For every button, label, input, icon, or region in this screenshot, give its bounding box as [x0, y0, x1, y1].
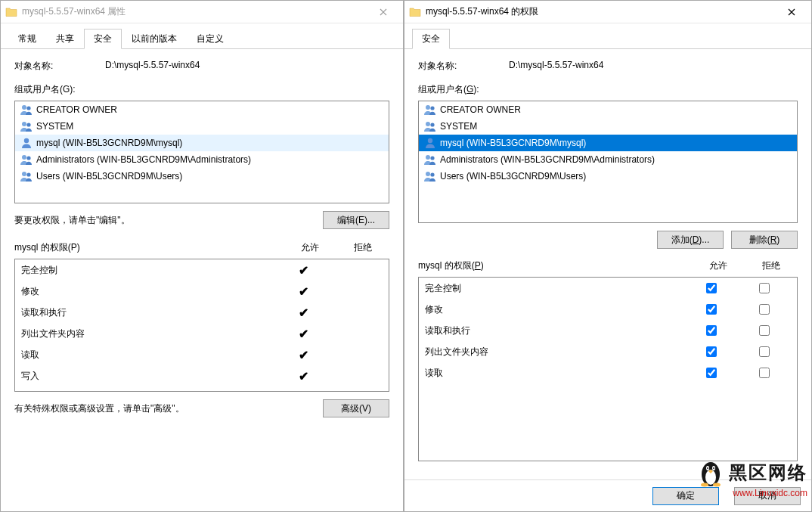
permission-name: 列出文件夹内容 [21, 327, 277, 340]
allow-checkbox[interactable] [706, 368, 717, 378]
permission-name: 完全控制 [425, 282, 685, 295]
permission-row: 完全控制 [419, 278, 797, 299]
close-icon [380, 8, 387, 16]
object-name-value: D:\mysql-5.5.57-winx64 [105, 60, 200, 73]
titlebar: mysql-5.5.57-winx64 属性 [1, 1, 403, 23]
tabs: 常规共享安全以前的版本自定义 [1, 23, 403, 49]
object-name-label: 对象名称: [418, 60, 509, 73]
users-listbox[interactable]: CREATOR OWNERSYSTEMmysql (WIN-B5L3GCNRD9… [418, 101, 798, 223]
permission-name: 读取 [21, 349, 277, 362]
group-users-label: 组或用户名(G): [14, 83, 389, 96]
permission-row: 读取✔ [15, 344, 389, 365]
svg-point-9 [426, 105, 430, 110]
svg-point-5 [22, 155, 26, 160]
list-item[interactable]: CREATOR OWNER [419, 101, 797, 118]
tabs: 安全 [404, 23, 811, 49]
close-icon [788, 8, 795, 16]
permission-name: 完全控制 [21, 264, 277, 277]
add-button[interactable]: 添加(D)... [657, 231, 724, 249]
allow-checkbox[interactable] [706, 325, 717, 336]
list-item[interactable]: CREATOR OWNER [15, 101, 389, 118]
list-item[interactable]: mysql (WIN-B5L3GCNRD9M\mysql) [15, 135, 389, 151]
dialog-footer: 确定 取消 [404, 479, 811, 511]
svg-point-0 [22, 105, 26, 110]
allow-cell: ✔ [277, 284, 330, 299]
list-item[interactable]: Administrators (WIN-B5L3GCNRD9M\Administ… [15, 151, 389, 168]
edit-button[interactable]: 编辑(E)... [323, 211, 389, 229]
deny-checkbox[interactable] [759, 304, 770, 315]
svg-point-11 [426, 122, 430, 126]
svg-point-8 [26, 172, 30, 176]
close-button[interactable] [367, 2, 400, 23]
list-item[interactable]: Administrators (WIN-B5L3GCNRD9M\Administ… [419, 151, 797, 168]
user-name: SYSTEM [440, 121, 477, 132]
permission-row: 修改✔ [15, 281, 389, 302]
deny-checkbox[interactable] [759, 325, 770, 336]
remove-button[interactable]: 删除(R) [731, 231, 798, 249]
svg-point-4 [24, 138, 29, 143]
deny-column: 拒绝 [336, 241, 389, 254]
tab-安全[interactable]: 安全 [412, 29, 450, 49]
tab-安全[interactable]: 安全 [84, 29, 122, 49]
permission-row: 列出文件夹内容 [419, 341, 797, 362]
permissions-label: mysql 的权限(P) [14, 241, 284, 254]
permission-name: 读取和执行 [21, 306, 277, 319]
deny-column: 拒绝 [745, 259, 798, 272]
user-name: SYSTEM [36, 121, 73, 132]
permission-name: 读取 [425, 367, 685, 380]
permission-name: 列出文件夹内容 [425, 346, 685, 358]
ok-button[interactable]: 确定 [652, 487, 719, 505]
tab-共享[interactable]: 共享 [46, 29, 84, 49]
object-name-label: 对象名称: [14, 60, 105, 73]
edit-hint: 要更改权限，请单击"编辑"。 [14, 214, 130, 227]
permission-row: 完全控制✔ [15, 259, 389, 281]
user-name: Users (WIN-B5L3GCNRD9M\Users) [440, 171, 586, 182]
user-name: CREATOR OWNER [440, 104, 521, 115]
user-name: CREATOR OWNER [36, 104, 117, 115]
user-name: mysql (WIN-B5L3GCNRD9M\mysql) [36, 138, 182, 148]
list-item[interactable]: SYSTEM [419, 118, 797, 135]
tab-自定义[interactable]: 自定义 [187, 29, 234, 49]
deny-checkbox[interactable] [759, 368, 770, 378]
permissions-label: mysql 的权限(P) [418, 259, 692, 272]
list-item[interactable]: mysql (WIN-B5L3GCNRD9M\mysql) [419, 135, 797, 151]
tab-常规[interactable]: 常规 [8, 29, 46, 49]
allow-checkbox[interactable] [706, 346, 717, 357]
svg-point-6 [26, 156, 30, 160]
permission-row: 读取 [419, 362, 797, 383]
allow-checkbox[interactable] [706, 304, 717, 315]
check-icon: ✔ [299, 327, 308, 341]
svg-point-1 [26, 106, 30, 110]
check-icon: ✔ [299, 369, 308, 383]
permissions-listbox: 完全控制修改读取和执行列出文件夹内容读取 [418, 277, 798, 461]
list-item[interactable]: Users (WIN-B5L3GCNRD9M\Users) [15, 168, 389, 185]
list-item[interactable]: Users (WIN-B5L3GCNRD9M\Users) [419, 168, 797, 185]
deny-checkbox[interactable] [759, 346, 770, 357]
allow-column: 允许 [692, 259, 745, 272]
permission-row: 读取和执行✔ [15, 302, 389, 323]
folder-icon [5, 7, 17, 17]
allow-checkbox[interactable] [706, 283, 717, 293]
list-item[interactable]: SYSTEM [15, 118, 389, 135]
allow-cell: ✔ [277, 263, 330, 278]
cancel-button[interactable]: 取消 [734, 487, 801, 505]
users-listbox[interactable]: CREATOR OWNERSYSTEMmysql (WIN-B5L3GCNRD9… [14, 101, 389, 203]
check-icon: ✔ [299, 263, 308, 278]
permission-row: 列出文件夹内容✔ [15, 323, 389, 344]
permissions-dialog: mysql-5.5.57-winx64 的权限 安全 对象名称: D:\mysq… [404, 0, 812, 512]
svg-point-15 [430, 156, 434, 160]
advanced-button[interactable]: 高级(V) [323, 399, 389, 417]
deny-checkbox[interactable] [759, 283, 770, 293]
folder-icon [409, 7, 421, 17]
close-button[interactable] [775, 2, 808, 23]
permission-row: 读取和执行 [419, 320, 797, 341]
advanced-hint: 有关特殊权限或高级设置，请单击"高级"。 [14, 402, 323, 415]
check-icon: ✔ [299, 348, 308, 362]
svg-point-10 [430, 106, 434, 110]
check-icon: ✔ [299, 284, 308, 299]
tab-以前的版本[interactable]: 以前的版本 [122, 29, 187, 49]
check-icon: ✔ [299, 306, 308, 320]
window-title: mysql-5.5.57-winx64 的权限 [426, 5, 775, 18]
svg-point-13 [428, 138, 432, 143]
titlebar: mysql-5.5.57-winx64 的权限 [404, 1, 811, 23]
